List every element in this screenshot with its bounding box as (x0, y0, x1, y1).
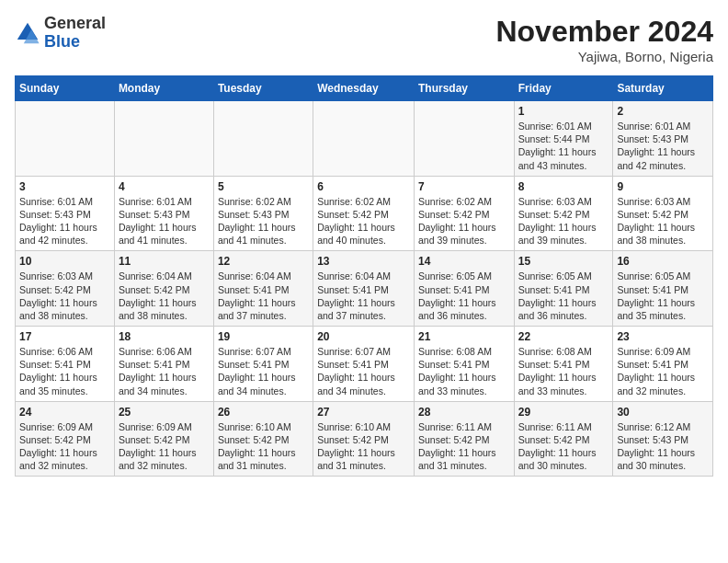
day-number: 10 (19, 255, 110, 268)
day-number: 22 (518, 330, 609, 343)
day-number: 13 (317, 255, 410, 268)
calendar-week-5: 24Sunrise: 6:09 AMSunset: 5:42 PMDayligh… (16, 401, 713, 477)
day-number: 19 (218, 330, 309, 343)
day-number: 3 (19, 180, 110, 193)
header-cell-friday: Friday (514, 76, 613, 101)
day-info: Sunrise: 6:12 AMSunset: 5:43 PMDaylight:… (617, 420, 709, 473)
calendar-cell: 19Sunrise: 6:07 AMSunset: 5:41 PMDayligh… (213, 327, 313, 402)
header-cell-thursday: Thursday (414, 76, 514, 101)
day-number: 20 (317, 330, 410, 343)
day-number: 27 (317, 406, 410, 419)
calendar-cell: 16Sunrise: 6:05 AMSunset: 5:41 PMDayligh… (613, 251, 713, 327)
day-info: Sunrise: 6:09 AMSunset: 5:42 PMDaylight:… (19, 420, 110, 473)
day-number: 12 (218, 255, 309, 268)
calendar-cell: 25Sunrise: 6:09 AMSunset: 5:42 PMDayligh… (114, 401, 213, 477)
calendar-cell (213, 101, 313, 177)
day-info: Sunrise: 6:08 AMSunset: 5:41 PMDaylight:… (418, 345, 510, 397)
day-info: Sunrise: 6:03 AMSunset: 5:42 PMDaylight:… (518, 195, 609, 247)
day-number: 16 (617, 255, 709, 268)
calendar-cell: 18Sunrise: 6:06 AMSunset: 5:41 PMDayligh… (114, 327, 213, 402)
calendar-cell: 13Sunrise: 6:04 AMSunset: 5:41 PMDayligh… (313, 251, 415, 327)
calendar-week-1: 1Sunrise: 6:01 AMSunset: 5:44 PMDaylight… (16, 101, 713, 177)
calendar-cell (313, 101, 415, 177)
day-info: Sunrise: 6:07 AMSunset: 5:41 PMDaylight:… (317, 345, 410, 397)
day-number: 29 (518, 406, 609, 419)
calendar-cell: 22Sunrise: 6:08 AMSunset: 5:41 PMDayligh… (514, 327, 613, 402)
day-info: Sunrise: 6:09 AMSunset: 5:42 PMDaylight:… (119, 420, 210, 473)
header-cell-tuesday: Tuesday (213, 76, 313, 101)
day-number: 24 (19, 406, 110, 419)
calendar-cell: 24Sunrise: 6:09 AMSunset: 5:42 PMDayligh… (16, 401, 115, 477)
calendar-cell: 3Sunrise: 6:01 AMSunset: 5:43 PMDaylight… (16, 176, 115, 251)
day-number: 11 (119, 255, 210, 268)
logo-blue-text: Blue (44, 33, 106, 52)
day-number: 14 (418, 255, 510, 268)
calendar-cell: 26Sunrise: 6:10 AMSunset: 5:42 PMDayligh… (213, 401, 313, 477)
logo: General Blue (15, 15, 106, 52)
day-number: 17 (19, 330, 110, 343)
calendar-cell: 1Sunrise: 6:01 AMSunset: 5:44 PMDaylight… (514, 101, 613, 177)
header-cell-wednesday: Wednesday (313, 76, 415, 101)
calendar-cell: 6Sunrise: 6:02 AMSunset: 5:42 PMDaylight… (313, 176, 415, 251)
calendar-table: SundayMondayTuesdayWednesdayThursdayFrid… (15, 75, 713, 477)
location-text: Yajiwa, Borno, Nigeria (495, 49, 713, 64)
day-number: 30 (617, 406, 709, 419)
calendar-cell: 9Sunrise: 6:03 AMSunset: 5:42 PMDaylight… (613, 176, 713, 251)
calendar-cell: 12Sunrise: 6:04 AMSunset: 5:41 PMDayligh… (213, 251, 313, 327)
calendar-cell: 23Sunrise: 6:09 AMSunset: 5:41 PMDayligh… (613, 327, 713, 402)
day-number: 23 (617, 330, 709, 343)
day-info: Sunrise: 6:08 AMSunset: 5:41 PMDaylight:… (518, 345, 609, 397)
calendar-cell: 20Sunrise: 6:07 AMSunset: 5:41 PMDayligh… (313, 327, 415, 402)
day-info: Sunrise: 6:05 AMSunset: 5:41 PMDaylight:… (617, 270, 709, 322)
calendar-cell: 11Sunrise: 6:04 AMSunset: 5:42 PMDayligh… (114, 251, 213, 327)
day-info: Sunrise: 6:02 AMSunset: 5:43 PMDaylight:… (218, 195, 309, 247)
calendar-cell: 4Sunrise: 6:01 AMSunset: 5:43 PMDaylight… (114, 176, 213, 251)
calendar-cell: 8Sunrise: 6:03 AMSunset: 5:42 PMDaylight… (514, 176, 613, 251)
day-info: Sunrise: 6:04 AMSunset: 5:41 PMDaylight:… (218, 270, 309, 322)
calendar-cell: 21Sunrise: 6:08 AMSunset: 5:41 PMDayligh… (414, 327, 514, 402)
title-block: November 2024 Yajiwa, Borno, Nigeria (495, 15, 713, 64)
day-number: 7 (418, 180, 510, 193)
calendar-cell: 17Sunrise: 6:06 AMSunset: 5:41 PMDayligh… (16, 327, 115, 402)
logo-text: General Blue (44, 15, 106, 52)
header-cell-monday: Monday (114, 76, 213, 101)
day-info: Sunrise: 6:05 AMSunset: 5:41 PMDaylight:… (518, 270, 609, 322)
calendar-cell: 27Sunrise: 6:10 AMSunset: 5:42 PMDayligh… (313, 401, 415, 477)
header-row: SundayMondayTuesdayWednesdayThursdayFrid… (16, 76, 713, 101)
day-info: Sunrise: 6:01 AMSunset: 5:43 PMDaylight:… (617, 120, 709, 172)
day-info: Sunrise: 6:01 AMSunset: 5:43 PMDaylight:… (19, 195, 110, 247)
calendar-cell: 2Sunrise: 6:01 AMSunset: 5:43 PMDaylight… (613, 101, 713, 177)
calendar-week-3: 10Sunrise: 6:03 AMSunset: 5:42 PMDayligh… (16, 251, 713, 327)
calendar-cell: 29Sunrise: 6:11 AMSunset: 5:42 PMDayligh… (514, 401, 613, 477)
month-title: November 2024 (495, 15, 713, 49)
day-info: Sunrise: 6:05 AMSunset: 5:41 PMDaylight:… (418, 270, 510, 322)
day-info: Sunrise: 6:02 AMSunset: 5:42 PMDaylight:… (317, 195, 410, 247)
header-cell-sunday: Sunday (16, 76, 115, 101)
day-number: 8 (518, 180, 609, 193)
header-cell-saturday: Saturday (613, 76, 713, 101)
day-info: Sunrise: 6:06 AMSunset: 5:41 PMDaylight:… (119, 345, 210, 397)
day-number: 25 (119, 406, 210, 419)
day-number: 21 (418, 330, 510, 343)
calendar-cell: 14Sunrise: 6:05 AMSunset: 5:41 PMDayligh… (414, 251, 514, 327)
day-number: 2 (617, 105, 709, 118)
day-number: 9 (617, 180, 709, 193)
calendar-week-2: 3Sunrise: 6:01 AMSunset: 5:43 PMDaylight… (16, 176, 713, 251)
calendar-cell (414, 101, 514, 177)
day-info: Sunrise: 6:03 AMSunset: 5:42 PMDaylight:… (617, 195, 709, 247)
calendar-header: SundayMondayTuesdayWednesdayThursdayFrid… (16, 76, 713, 101)
day-number: 28 (418, 406, 510, 419)
day-number: 6 (317, 180, 410, 193)
logo-icon (15, 20, 40, 46)
calendar-body: 1Sunrise: 6:01 AMSunset: 5:44 PMDaylight… (16, 101, 713, 477)
day-info: Sunrise: 6:01 AMSunset: 5:43 PMDaylight:… (119, 195, 210, 247)
day-info: Sunrise: 6:11 AMSunset: 5:42 PMDaylight:… (518, 420, 609, 473)
calendar-cell: 7Sunrise: 6:02 AMSunset: 5:42 PMDaylight… (414, 176, 514, 251)
day-info: Sunrise: 6:02 AMSunset: 5:42 PMDaylight:… (418, 195, 510, 247)
day-info: Sunrise: 6:04 AMSunset: 5:42 PMDaylight:… (119, 270, 210, 322)
day-info: Sunrise: 6:01 AMSunset: 5:44 PMDaylight:… (518, 120, 609, 172)
day-info: Sunrise: 6:09 AMSunset: 5:41 PMDaylight:… (617, 345, 709, 397)
day-info: Sunrise: 6:03 AMSunset: 5:42 PMDaylight:… (19, 270, 110, 322)
day-info: Sunrise: 6:06 AMSunset: 5:41 PMDaylight:… (19, 345, 110, 397)
calendar-week-4: 17Sunrise: 6:06 AMSunset: 5:41 PMDayligh… (16, 327, 713, 402)
